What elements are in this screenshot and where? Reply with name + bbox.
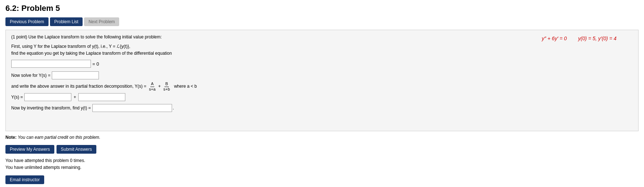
email-instructor-button[interactable]: Email instructor [5,175,44,184]
instructions: First, using Y for the Laplace transform… [11,43,633,57]
submit-button[interactable]: Submit Answers [57,145,96,154]
attempts-line2: You have unlimited attempts remaining. [5,164,639,171]
fraction-a: A s+a [148,82,156,91]
frac-a-den: s+a [148,87,156,92]
frac-b-num: B [164,82,168,87]
equation-display: y″ + 6y′ = 0 y(0) = 5, y′(0) = 4 [542,36,616,41]
invert-end: . [173,105,174,111]
ode-equation: y″ + 6y′ = 0 [542,36,567,41]
note-section: Note: You can earn partial credit on thi… [5,135,639,140]
note-label: Note: [5,135,17,140]
problem-list-button[interactable]: Problem List [50,17,83,26]
next-problem-button: Next Problem [84,17,119,26]
ys-label: Y(s) = [11,95,23,100]
invert-transform-line: Now by inverting the transform, find y(t… [11,104,633,112]
problem-statement: (1 point) Use the Laplace transform to s… [11,34,633,40]
solve-ys-input[interactable] [52,71,99,79]
nav-buttons: Previous Problem Problem List Next Probl… [0,16,644,30]
solve-ys-line: Now solve for Y(s) = [11,71,633,79]
attempts-line1: You have attempted this problem 0 times. [5,157,639,164]
ys-input-1[interactable] [24,93,71,101]
ys-input-2[interactable] [78,93,125,101]
problem-box: y″ + 6y′ = 0 y(0) = 5, y′(0) = 4 (1 poin… [5,30,639,131]
page-title: 6.2: Problem 5 [0,0,644,16]
invert-input[interactable] [92,104,172,112]
initial-conditions: y(0) = 5, y′(0) = 4 [578,36,616,41]
plus-sign: + [158,84,161,89]
partial-fraction-label: and write the above answer in its partia… [11,84,146,89]
ys-input-line: Y(s) = + [11,93,633,101]
note-text: You can earn partial credit on this prob… [18,135,100,140]
attempts-section: You have attempted this problem 0 times.… [0,157,644,172]
partial-fraction-description: and write the above answer in its partia… [11,82,633,91]
solve-ys-label: Now solve for Y(s) = [11,73,50,78]
laplace-transform-input-line: = 0 [11,60,633,68]
invert-label: Now by inverting the transform, find y(t… [11,105,91,111]
previous-problem-button[interactable]: Previous Problem [5,17,49,26]
ys-plus-sign: + [74,95,76,100]
frac-b-den: s+b [163,87,171,92]
fraction-b: B s+b [163,82,171,91]
frac-a-num: A [150,82,154,87]
action-buttons: Preview My Answers Submit Answers [0,143,644,157]
instruction-line1: First, using Y for the Laplace transform… [11,43,633,50]
equals-zero-label: = 0 [92,61,99,67]
where-ab-label: where a < b [174,84,197,89]
email-btn-area: Email instructor [0,172,644,187]
laplace-transform-input[interactable] [11,60,91,68]
preview-button[interactable]: Preview My Answers [5,145,54,154]
instruction-line2: find the equation you get by taking the … [11,50,633,57]
